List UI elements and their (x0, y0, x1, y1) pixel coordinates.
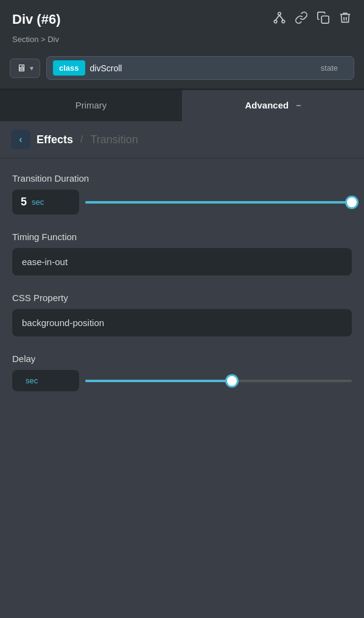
tab-minus-icon: − (296, 101, 301, 110)
device-row: 🖥 ▾ class state (0, 51, 364, 88)
state-button[interactable]: state (311, 60, 348, 76)
delay-slider-wrap[interactable] (85, 380, 352, 382)
transition-duration-track (85, 201, 352, 204)
svg-line-4 (279, 15, 283, 20)
svg-rect-5 (321, 16, 329, 23)
breadcrumb-text: Section > Div (12, 35, 59, 44)
transition-duration-unit: sec (32, 197, 44, 207)
nav-separator: / (80, 134, 83, 145)
chevron-left-icon: ‹ (19, 134, 22, 145)
link-icon[interactable] (295, 11, 308, 27)
page-title: Div (#6) (12, 12, 60, 27)
delay-unit: sec (26, 376, 38, 385)
back-button[interactable]: ‹ (11, 130, 30, 149)
transition-duration-field: Transition Duration 5 sec (12, 173, 352, 215)
timing-function-select[interactable]: ease-in-out (12, 248, 352, 275)
delay-row: sec (12, 370, 352, 391)
hierarchy-icon[interactable] (273, 11, 286, 27)
css-property-label: CSS Property (12, 293, 352, 303)
nav-breadcrumb: ‹ Effects / Transition (0, 121, 364, 158)
delay-fill (85, 380, 232, 382)
transition-duration-label: Transition Duration (12, 173, 352, 183)
svg-point-1 (274, 20, 277, 23)
chevron-down-icon: ▾ (30, 64, 33, 73)
timing-function-field: Timing Function ease-in-out (12, 232, 352, 275)
svg-point-2 (282, 20, 285, 23)
delay-label: Delay (12, 353, 352, 364)
content-area: Transition Duration 5 sec Timing Functio… (0, 158, 364, 406)
transition-duration-value[interactable]: 5 (21, 196, 27, 208)
delete-icon[interactable] (338, 11, 352, 27)
copy-icon[interactable] (317, 11, 330, 27)
class-name-input[interactable] (90, 63, 311, 73)
delay-field: Delay sec (12, 353, 352, 391)
tab-advanced[interactable]: Advanced − (182, 90, 364, 121)
timing-function-label: Timing Function (12, 232, 352, 242)
header: Div (#6) (0, 0, 364, 34)
delay-input-box: sec (12, 370, 79, 391)
tabs: Primary Advanced − (0, 90, 364, 121)
delay-track (85, 380, 352, 382)
svg-point-0 (278, 12, 281, 15)
css-property-field: CSS Property background-position (12, 293, 352, 336)
transition-duration-input-box: 5 sec (12, 190, 79, 215)
header-icon-group (273, 11, 352, 27)
nav-effects-label[interactable]: Effects (37, 133, 73, 146)
nav-transition-label: Transition (90, 133, 138, 146)
delay-thumb[interactable] (225, 374, 239, 388)
breadcrumb: Section > Div (0, 34, 364, 51)
tab-primary[interactable]: Primary (0, 90, 182, 121)
class-badge[interactable]: class (53, 60, 85, 76)
transition-duration-row: 5 sec (12, 190, 352, 215)
monitor-icon: 🖥 (16, 63, 26, 74)
svg-line-3 (276, 15, 279, 20)
transition-duration-fill (85, 201, 352, 204)
class-input-group: class state (46, 56, 354, 80)
transition-duration-slider-wrap[interactable] (85, 201, 352, 204)
transition-duration-thumb[interactable] (345, 196, 359, 209)
css-property-input[interactable]: background-position (12, 309, 352, 336)
device-select[interactable]: 🖥 ▾ (10, 59, 40, 78)
